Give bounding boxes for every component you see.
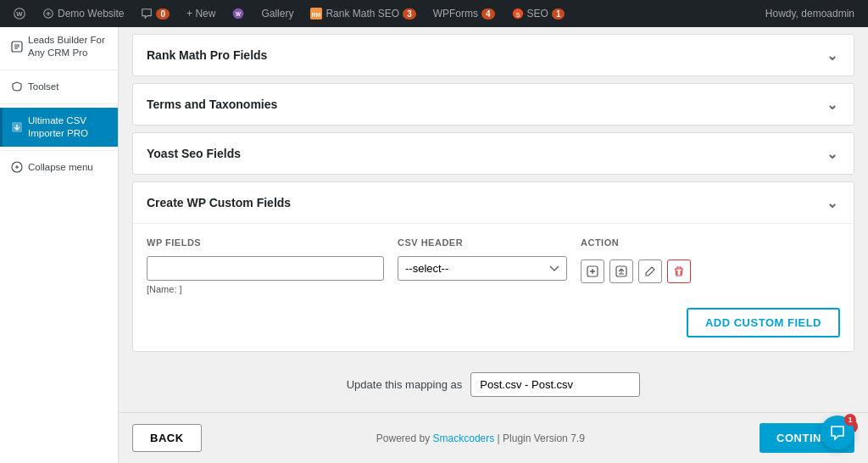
sidebar-divider-1 <box>0 70 118 70</box>
chat-icon <box>829 424 846 441</box>
pipe-separator: | <box>498 432 500 444</box>
accordion-rank-math-header[interactable]: Rank Math Pro Fields ⌄ <box>133 35 854 75</box>
mapping-input[interactable] <box>470 372 640 397</box>
csv-header-col: --select-- <box>398 256 567 281</box>
wp-fields-col-header: WP FIELDS <box>147 237 384 248</box>
sidebar-item-leads-builder[interactable]: Leads Builder For Any CRM Pro <box>0 27 118 66</box>
add-field-icon-btn[interactable] <box>581 259 604 283</box>
edit-field-icon-btn[interactable] <box>638 259 662 283</box>
admin-bar-new[interactable]: + New <box>180 0 222 27</box>
admin-bar-seo[interactable]: S SEO 1 <box>505 0 572 27</box>
accordion-rank-math-title: Rank Math Pro Fields <box>147 48 267 62</box>
action-col-header: ACTION <box>581 237 840 248</box>
trash-icon <box>673 265 685 277</box>
sidebar: Leads Builder For Any CRM Pro Toolset Ul… <box>0 27 119 463</box>
csv-header-select[interactable]: --select-- <box>398 256 567 281</box>
chevron-down-icon-yoast: ⌄ <box>823 145 840 162</box>
svg-text:S: S <box>515 12 520 18</box>
svg-text:W: W <box>16 10 23 18</box>
sidebar-item-csv-importer[interactable]: Ultimate CSV Importer PRO <box>0 108 118 147</box>
admin-bar-site-name[interactable]: Demo Website <box>36 0 131 27</box>
sidebar-divider-2 <box>0 103 118 104</box>
comments-badge: 0 <box>156 8 170 20</box>
sidebar-item-collapse[interactable]: Collapse menu <box>0 154 118 181</box>
wp-field-col: [Name: ] <box>147 256 384 294</box>
toolset-label: Toolset <box>28 81 58 93</box>
admin-bar-comments[interactable]: 0 <box>134 0 176 27</box>
svg-text:W: W <box>236 11 241 17</box>
edit-icon <box>644 265 656 277</box>
chevron-down-icon-create-wp: ⌄ <box>823 194 840 211</box>
accordion-terms-title: Terms and Taxonomies <box>147 98 277 111</box>
collapse-label: Collapse menu <box>28 161 93 174</box>
plugin-version-text: Plugin Version 7.9 <box>503 432 585 444</box>
accordion-create-wp: Create WP Custom Fields ⌄ WP FIELDS CSV … <box>132 181 854 352</box>
admin-bar-wp-logo[interactable]: W <box>7 0 32 27</box>
rankmath-badge: 3 <box>403 8 416 20</box>
plus-icon <box>587 265 598 277</box>
admin-bar: W Demo Website 0 + New W Gallery RM Rank… <box>0 0 868 27</box>
admin-bar-howdy: Howdy, demoadmin <box>759 8 861 20</box>
accordion-terms: Terms and Taxonomies ⌄ <box>132 83 854 126</box>
accordion-create-wp-title: Create WP Custom Fields <box>147 196 291 209</box>
chevron-down-icon-terms: ⌄ <box>823 96 840 113</box>
sidebar-item-toolset[interactable]: Toolset <box>0 74 118 100</box>
accordion-yoast-title: Yoast Seo Fields <box>147 147 241 160</box>
smackcoders-link[interactable]: Smackcoders <box>433 432 495 444</box>
action-icons <box>581 259 691 283</box>
add-custom-field-button[interactable]: ADD CUSTOM FIELD <box>687 308 840 337</box>
footer-actions: BACK Powered by Smackcoders | Plugin Ver… <box>119 412 868 463</box>
svg-text:RM: RM <box>312 12 321 18</box>
accordion-yoast: Yoast Seo Fields ⌄ <box>132 132 854 175</box>
csv-header-col-header: CSV HEADER <box>398 237 567 248</box>
chevron-down-icon-rank-math: ⌄ <box>823 47 840 64</box>
wp-field-hint: [Name: ] <box>147 284 384 294</box>
csv-importer-icon <box>11 121 23 133</box>
content-area: Rank Math Pro Fields ⌄ Terms and Taxonom… <box>119 27 868 463</box>
accordion-yoast-header[interactable]: Yoast Seo Fields ⌄ <box>133 133 854 174</box>
accordion-rank-math: Rank Math Pro Fields ⌄ <box>132 34 854 76</box>
seo-badge: 1 <box>552 8 565 20</box>
collapse-icon <box>11 161 23 173</box>
admin-bar-wpforms[interactable]: WPForms 4 <box>426 0 502 27</box>
export-field-icon-btn[interactable] <box>609 259 633 283</box>
footer-center: Powered by Smackcoders | Plugin Version … <box>202 432 760 444</box>
back-button[interactable]: BACK <box>132 424 202 452</box>
delete-field-icon-btn[interactable] <box>667 259 691 283</box>
csv-importer-label: Ultimate CSV Importer PRO <box>28 114 109 140</box>
chat-notification-dot: 1 <box>844 414 856 426</box>
admin-bar-woo[interactable]: W <box>225 0 251 27</box>
leads-builder-label: Leads Builder For Any CRM Pro <box>28 34 109 59</box>
field-row-data: [Name: ] --select-- <box>147 256 840 294</box>
accordion-create-wp-body: WP FIELDS CSV HEADER ACTION [Name: ] <box>133 223 854 351</box>
chat-bubble[interactable]: 1 <box>821 416 854 449</box>
wp-field-input[interactable] <box>147 256 384 281</box>
mapping-row: Update this mapping as <box>132 359 854 410</box>
leads-builder-icon <box>11 41 23 53</box>
accordion-create-wp-header[interactable]: Create WP Custom Fields ⌄ <box>133 182 854 223</box>
page-content: Rank Math Pro Fields ⌄ Terms and Taxonom… <box>119 27 868 412</box>
field-row-header: WP FIELDS CSV HEADER ACTION <box>147 237 840 248</box>
powered-by-text: Powered by <box>376 432 430 444</box>
admin-bar-gallery[interactable]: Gallery <box>254 0 300 27</box>
export-icon <box>615 265 627 277</box>
sidebar-divider-3 <box>0 150 118 151</box>
toolset-icon <box>11 81 23 92</box>
admin-bar-rankmath[interactable]: RM Rank Math SEO 3 <box>303 0 422 27</box>
accordion-terms-header[interactable]: Terms and Taxonomies ⌄ <box>133 84 854 125</box>
wpforms-badge: 4 <box>481 8 495 20</box>
mapping-label: Update this mapping as <box>347 378 463 391</box>
